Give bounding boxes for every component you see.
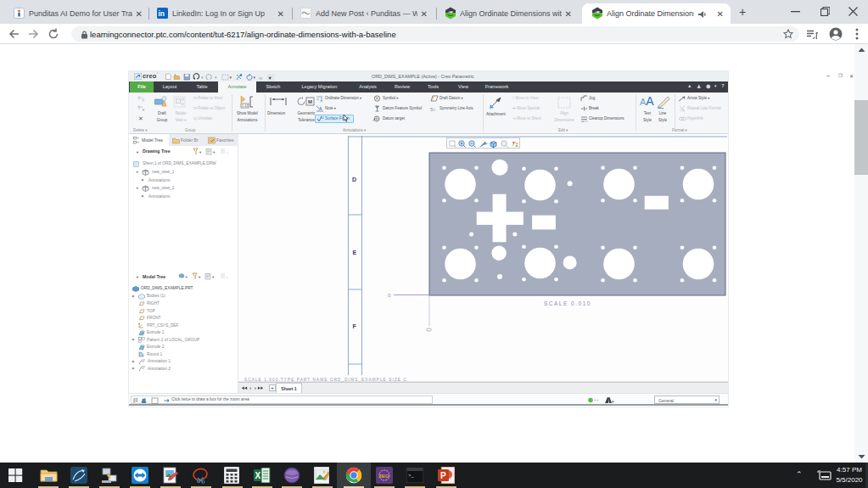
svg-text:X: X [255,471,261,480]
svg-text:A: A [319,106,322,111]
svg-text:▾: ▾ [212,275,215,279]
svg-text:>_: >_ [408,473,415,478]
svg-text:▾: ▾ [201,75,204,80]
svg-text:P: P [440,471,446,480]
svg-text:JBG: JBG [378,474,389,479]
svg-text:A: A [681,108,685,113]
svg-text:E: E [353,250,357,255]
svg-text:✕: ✕ [138,115,143,121]
svg-text:▾: ▾ [199,150,202,154]
svg-text:▾: ▾ [199,275,201,279]
svg-text:D: D [352,177,356,182]
svg-text:▾: ▾ [215,75,217,80]
svg-text:32: 32 [321,115,325,120]
svg-text:▾: ▾ [213,150,216,154]
svg-text:0: 0 [388,293,391,298]
svg-text:∞: ∞ [259,75,262,80]
svg-text:5↕: 5↕ [430,107,435,112]
svg-text:⌐: ⌐ [679,98,681,102]
svg-text:▾: ▾ [254,75,256,80]
svg-text:✕: ✕ [142,98,145,103]
svg-text:in: in [159,9,165,18]
svg-text:▾: ▾ [230,75,232,80]
svg-text:1.12: 1.12 [242,104,248,108]
svg-text:▾: ▾ [612,399,614,404]
svg-text:F: F [353,323,357,329]
svg-text:✕: ✕ [142,108,145,112]
svg-text:M: M [308,99,312,104]
svg-text:▾: ▾ [186,275,188,279]
svg-text:SCALE 0.010: SCALE 0.010 [544,300,591,306]
